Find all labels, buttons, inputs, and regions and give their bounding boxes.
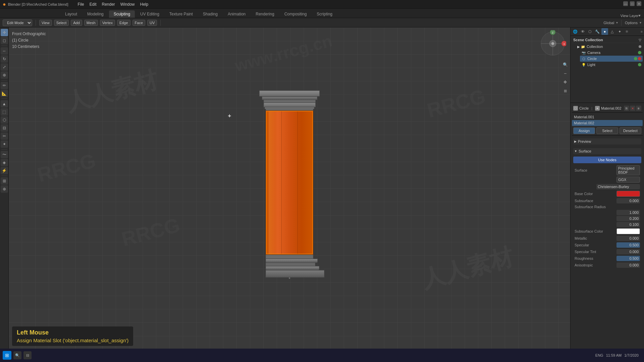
bevel-tool[interactable]: ⬡ [1, 116, 8, 124]
annotate-tool[interactable]: ✏ [1, 82, 8, 89]
menu-edit[interactable]: Edit [87, 1, 99, 7]
cursor-tool[interactable]: ✛ [1, 29, 8, 36]
anisotropic-value[interactable]: 0.000 [616, 262, 640, 268]
inset-tool[interactable]: ⬚ [1, 108, 8, 116]
preview-header[interactable]: ▶ Preview [573, 138, 641, 144]
shear-tool[interactable]: ◈ [1, 159, 8, 166]
base-color-swatch[interactable] [616, 191, 640, 197]
circle-vis-red[interactable] [638, 57, 641, 60]
select-tool[interactable]: ◻ [1, 37, 8, 44]
select-button[interactable]: Select [596, 127, 618, 134]
material-menu-btn[interactable]: ≡ [636, 106, 641, 111]
polypen-tool[interactable]: ✦ [1, 140, 8, 148]
tree-item-camera[interactable]: 📷 Camera [580, 50, 643, 56]
menu-file[interactable]: File [75, 1, 87, 7]
edge-menu[interactable]: Edge [117, 20, 130, 26]
grid-btn[interactable]: ⊞ [561, 87, 569, 95]
panel-data-icon[interactable]: △ [609, 28, 615, 35]
surface-type-dropdown[interactable]: Principled BSDF [616, 165, 640, 175]
radius-g-value[interactable]: 0.200 [616, 216, 640, 221]
panel-modifier-icon[interactable]: 🔧 [594, 28, 601, 35]
panel-object-icon[interactable]: ⬡ [587, 28, 593, 35]
close-button[interactable]: ✕ [637, 1, 641, 6]
select-menu[interactable]: Select [54, 20, 69, 26]
panel-material-icon[interactable]: ● [601, 28, 608, 35]
tree-item-light[interactable]: 💡 Light [580, 62, 643, 68]
tab-scripting[interactable]: Scripting [312, 10, 337, 18]
subsurface-value[interactable]: 0.000 [616, 198, 640, 203]
windows-start-btn[interactable]: ⊞ [3, 351, 11, 360]
christensen-dropdown[interactable]: Christensen-Burley [596, 184, 640, 189]
light-vis[interactable] [638, 63, 641, 66]
viewport[interactable]: 人人素材 RRCG RRCG RRCG 人人素材 www.rrcg.cn Fro… [9, 27, 570, 349]
collection-vis[interactable] [639, 45, 641, 48]
material-item-1[interactable]: Material.001 [572, 114, 643, 120]
tab-animation[interactable]: Animation [223, 10, 250, 18]
circle-vis-green[interactable] [634, 57, 637, 60]
assign-button[interactable]: Assign [573, 127, 595, 134]
camera-vis[interactable] [638, 51, 641, 54]
global-label[interactable]: Global [603, 21, 614, 25]
tab-shading[interactable]: Shading [198, 10, 222, 18]
move-tool[interactable]: ↔ [1, 47, 8, 55]
add-menu[interactable]: Add [71, 20, 82, 26]
taskbar-search[interactable]: 🔍 [13, 351, 21, 359]
panel-view-icon[interactable]: 👁 [579, 28, 586, 35]
scale-tool[interactable]: ⤢ [1, 63, 8, 71]
smooth-tool[interactable]: 〜 [1, 151, 8, 158]
panel-particles-icon[interactable]: ✦ [616, 28, 623, 35]
panel-physics-icon[interactable]: ⚛ [624, 28, 630, 35]
subsurface-color-swatch[interactable] [616, 228, 640, 234]
view-menu[interactable]: View [39, 20, 52, 26]
pan-btn[interactable]: ✥ [561, 78, 569, 86]
material-copy-btn[interactable]: ⎘ [624, 106, 629, 111]
ggx-dropdown[interactable]: GGX [616, 177, 640, 183]
panel-scene-icon[interactable]: 🌐 [572, 28, 579, 35]
vertex-menu[interactable]: Vertex [100, 20, 115, 26]
transform-tool[interactable]: ⊕ [1, 71, 8, 79]
view-layer-selector[interactable]: View Layer ▾ [617, 13, 644, 18]
loopcut-tool[interactable]: ⊟ [1, 124, 8, 132]
navigation-gizmo[interactable]: Z X [539, 30, 566, 57]
measure-tool[interactable]: 📐 [1, 90, 8, 97]
tree-item-collection[interactable]: ▶ 📁 Collection [576, 44, 643, 50]
uv-menu[interactable]: UV [147, 20, 157, 26]
material-item-2[interactable]: Material.002 [572, 120, 643, 126]
tree-item-circle[interactable]: ⬡ Circle [580, 56, 643, 62]
material-delete-btn[interactable]: ✕ [630, 106, 635, 111]
deselect-button[interactable]: Deselect [620, 127, 641, 134]
menu-window[interactable]: Window [118, 1, 138, 7]
tab-layout[interactable]: Layout [60, 10, 82, 18]
tab-rendering[interactable]: Rendering [251, 10, 279, 18]
radius-b-value[interactable]: 0.100 [616, 222, 640, 227]
tab-sculpting[interactable]: Sculpting [109, 10, 135, 18]
face-menu[interactable]: Face [132, 20, 145, 26]
extra-tool-2[interactable]: ⊕ [1, 185, 8, 193]
rip-tool[interactable]: ⚡ [1, 167, 8, 174]
radius-r-value[interactable]: 1.000 [616, 210, 640, 215]
knife-tool[interactable]: ✂ [1, 132, 8, 140]
mode-selector[interactable]: Edit Mode [3, 19, 32, 26]
extrude-tool[interactable]: ▲ [1, 100, 8, 108]
roughness-value[interactable]: 0.500 [616, 256, 640, 261]
use-nodes-button[interactable]: Use Nodes [573, 157, 641, 163]
filter-icon[interactable]: ▽ [639, 38, 641, 42]
tab-uv-editing[interactable]: UV Editing [136, 10, 164, 18]
options-label[interactable]: Options [625, 21, 638, 25]
rotate-tool[interactable]: ↻ [1, 55, 8, 63]
specular-value[interactable]: 0.500 [616, 242, 640, 248]
surface-header[interactable]: ▼ Surface [573, 148, 641, 154]
menu-help[interactable]: Help [138, 1, 151, 7]
mesh-menu[interactable]: Mesh [84, 20, 98, 26]
specular-tint-value[interactable]: 0.000 [616, 249, 640, 254]
minimize-button[interactable]: — [623, 1, 628, 6]
extra-tool-1[interactable]: ⊞ [1, 177, 8, 185]
taskbar-taskview[interactable]: ⊟ [23, 351, 32, 359]
tab-texture-paint[interactable]: Texture Paint [165, 10, 198, 18]
zoom-out-btn[interactable]: − [561, 70, 569, 77]
tab-modeling[interactable]: Modeling [83, 10, 108, 18]
menu-render[interactable]: Render [99, 1, 117, 7]
metallic-value[interactable]: 0.000 [616, 236, 640, 241]
maximize-button[interactable]: □ [630, 1, 635, 6]
zoom-in-btn[interactable]: 🔍 [561, 61, 569, 68]
